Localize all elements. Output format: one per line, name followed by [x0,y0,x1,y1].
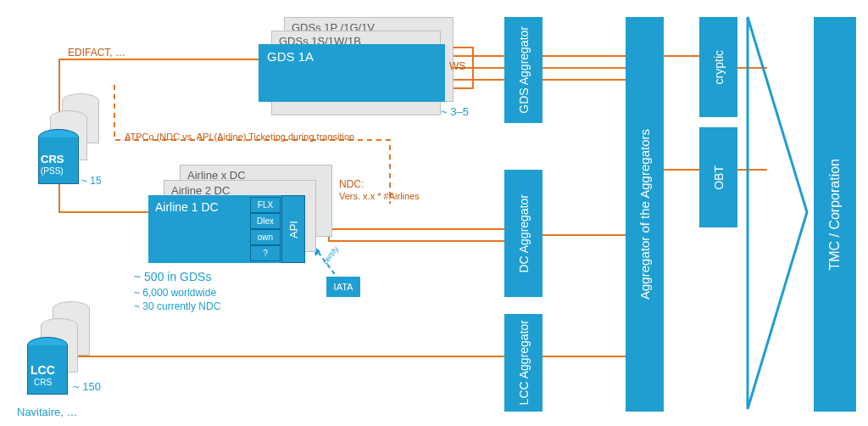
iata-box: IATA [326,277,360,297]
obt-box: OBT [699,127,737,227]
crs-subtitle: (PSS) [41,166,64,176]
gds-count: ~ 3–5 [441,105,469,118]
crs-count: ~ 15 [81,175,102,187]
dc-aggregator-label: DC Aggregator [517,194,531,273]
agg-of-agg-box: Aggregator of the Aggregators [626,17,664,412]
edifact-label: EDIFACT, … [68,47,125,59]
agg-of-agg-label: Aggregator of the Aggregators [637,129,652,300]
iata-certify-label: certify [321,244,341,266]
airline-stats-1: ~ 500 in GDSs [134,270,211,283]
gds-aggregator-label: GDS Aggregator [517,26,531,114]
lcc-aggregator-box: LCC Aggregator [504,314,542,412]
cryptic-box: cryptic [699,17,737,117]
lcc-footer: Navitaire, … [17,406,78,418]
obt-label: OBT [712,165,726,190]
airline-sub-own: own [250,229,281,245]
airline-stats-2: ~ 6,000 worldwide [134,287,216,299]
crs-title: CRS [41,153,64,165]
atpco-note: ATPCo (NDC vs. API (Airline) Ticketing d… [125,132,354,142]
lcc-aggregator-label: LCC Aggregator [517,320,531,405]
tmc-box: TMC / Corporation [814,17,856,412]
gds-aggregator-box: GDS Aggregator [504,17,542,123]
tmc-label: TMC / Corporation [827,159,843,271]
diagram-canvas: EDIFACT, … CRS (PSS) ~ 15 GDSs 1P /1G/1V… [0,0,868,426]
ndc-label-2: Vers. x.x * #Airlines [339,191,420,201]
lcc-count: ~ 150 [73,380,101,393]
cryptic-label: cryptic [712,50,726,84]
airline-api-label: API [287,221,300,238]
dc-aggregator-box: DC Aggregator [504,170,542,297]
airline-api-box: API [281,195,305,263]
airline-sub-flx: FLX [250,197,281,213]
airline-sub-q: ? [250,245,281,261]
lcc-sub: CRS [34,378,52,387]
ndc-label-1: NDC: [339,178,364,190]
airline-sub-dlex: Dlex [250,213,281,229]
lcc-title: LCC [31,363,55,377]
gds-ws-label: WS [449,60,465,72]
gds-stack-front: GDS 1A [259,44,445,102]
airline-stats-3: ~ 30 currently NDC [134,300,220,312]
